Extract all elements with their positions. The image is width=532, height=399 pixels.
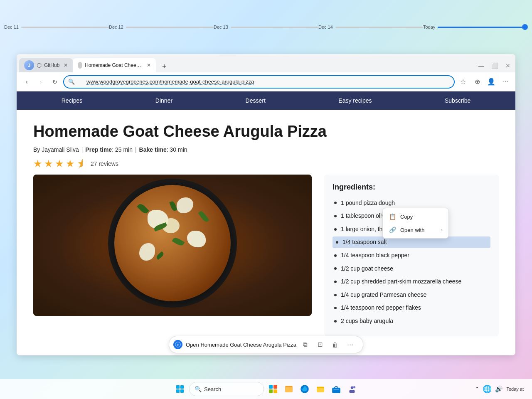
- prep-value: 25 min: [115, 146, 133, 153]
- tab-github[interactable]: J ⬡ GitHub ✕: [19, 58, 73, 72]
- timeline-track-2: [126, 27, 214, 28]
- tab-github-close[interactable]: ✕: [64, 62, 68, 68]
- nav-subscribe[interactable]: Subscribe: [441, 96, 475, 106]
- content-row: Ingredients: 1 pound pizza dough1 tables…: [33, 175, 499, 336]
- ingredient-text-5: 1/2 cup goat cheese: [341, 265, 393, 273]
- minimize-button[interactable]: —: [476, 61, 486, 71]
- popup-edge-icon: e: [173, 340, 182, 349]
- nav-recipes[interactable]: Recipes: [57, 96, 87, 106]
- timeline-track-1: [21, 27, 109, 28]
- maximize-button[interactable]: ⬜: [490, 61, 500, 71]
- ingredients-title: Ingredients:: [332, 183, 490, 192]
- taskbar-edge-icon[interactable]: [298, 382, 311, 396]
- timeline-dec13-label: Dec 13: [214, 25, 228, 30]
- taskbar-speaker-icon[interactable]: 🔊: [495, 385, 503, 393]
- popup-duplicate-btn[interactable]: ⧉: [300, 339, 311, 350]
- context-menu: 📋 Copy 🔗 Open with ›: [382, 208, 449, 239]
- timeline-dot: [522, 24, 528, 30]
- tab-bar: J ⬡ GitHub ✕ Homemade Goat Cheese Arugul…: [17, 54, 515, 72]
- ingredient-item-4: 1/4 teaspoon black pepper: [332, 249, 490, 262]
- star-5-half: ⯨: [76, 158, 86, 170]
- context-menu-open-with-label: Open with: [400, 227, 425, 233]
- timeline-dec11-label: Dec 11: [4, 25, 19, 30]
- timeline-dec13: Dec 13: [214, 25, 318, 30]
- taskbar-right: ⌃ 🌐 🔊 Today at: [475, 384, 524, 394]
- svg-rect-7: [285, 387, 292, 392]
- start-button[interactable]: [173, 382, 187, 396]
- star-1: ★: [33, 158, 42, 170]
- taskbar-time-text: Today at: [506, 387, 524, 392]
- timeline-today-label: Today: [423, 25, 435, 30]
- taskbar-store-icon[interactable]: [330, 382, 343, 396]
- window-controls: — ⬜ ✕: [476, 61, 513, 71]
- context-menu-arrow: ›: [441, 227, 443, 232]
- star-4: ★: [66, 158, 75, 170]
- timeline-track-today: [438, 27, 525, 28]
- timeline-dec14: Dec 14: [318, 25, 423, 30]
- taskbar-widgets-icon[interactable]: [266, 382, 280, 396]
- taskbar-search[interactable]: 🔍 Search: [189, 382, 264, 396]
- profile-icon[interactable]: 👤: [485, 76, 497, 88]
- windows-logo: [176, 385, 184, 393]
- context-menu-open-with[interactable]: 🔗 Open with ›: [383, 223, 448, 236]
- nav-easy-recipes[interactable]: Easy recipes: [334, 96, 376, 106]
- svg-point-13: [353, 386, 355, 388]
- address-bar[interactable]: 🔍 www.woodgrovegroceries.com/homemade-go…: [63, 75, 455, 89]
- ingredient-text-0: 1 pound pizza dough: [341, 199, 395, 207]
- ingredient-item-7: 1/4 cup grated Parmesan cheese: [332, 288, 490, 302]
- ingredient-text-8: 1/4 teaspoon red pepper flakes: [341, 304, 421, 312]
- ingredient-bullet-7: [334, 294, 337, 296]
- timeline-bar: Dec 11 Dec 12 Dec 13 Dec 14 Today: [0, 21, 532, 33]
- svg-rect-14: [349, 390, 355, 393]
- ingredient-bullet-5: [334, 267, 337, 270]
- forward-button[interactable]: ›: [35, 76, 47, 88]
- close-button[interactable]: ✕: [503, 61, 513, 71]
- timeline-track-3: [231, 27, 318, 28]
- taskbar-files-icon[interactable]: [282, 382, 296, 396]
- ingredient-text-7: 1/4 cup grated Parmesan cheese: [341, 291, 426, 299]
- taskbar: 🔍 Search ⌃ 🌐 🔊 Today at: [0, 379, 532, 399]
- tab-github-label: GitHub: [44, 62, 59, 68]
- address-search-icon: 🔍: [68, 79, 75, 85]
- pizza-circle: [114, 185, 231, 301]
- taskbar-time: Today at: [506, 387, 524, 392]
- browser-window: J ⬡ GitHub ✕ Homemade Goat Cheese Arugul…: [17, 54, 515, 355]
- nav-dessert[interactable]: Dessert: [241, 96, 270, 106]
- more-icon[interactable]: ⋯: [500, 76, 511, 88]
- context-menu-copy[interactable]: 📋 Copy: [383, 210, 448, 223]
- new-tab-button[interactable]: +: [158, 61, 170, 72]
- svg-text:e: e: [177, 343, 179, 346]
- bake-value: 30 min: [170, 146, 187, 153]
- ingredient-bullet-8: [334, 307, 337, 309]
- taskbar-explorer-icon[interactable]: [314, 382, 327, 396]
- collections-icon[interactable]: ⊕: [471, 76, 483, 88]
- ingredient-bullet-9: [334, 320, 337, 323]
- taskbar-search-icon: 🔍: [195, 386, 202, 392]
- taskbar-language-icon: 🌐: [483, 384, 492, 394]
- timeline-dec11: Dec 11: [4, 25, 109, 30]
- back-button[interactable]: ‹: [21, 76, 32, 88]
- nav-dinner[interactable]: Dinner: [151, 96, 177, 106]
- ingredients-panel: Ingredients: 1 pound pizza dough1 tables…: [324, 175, 499, 336]
- popup-more-btn[interactable]: ⋯: [345, 339, 356, 350]
- taskbar-chevron-up[interactable]: ⌃: [475, 386, 479, 392]
- ingredient-bullet-2: [334, 228, 337, 231]
- ingredient-bullet-6: [334, 281, 337, 283]
- reload-button[interactable]: ↻: [49, 76, 61, 88]
- popup-tab-btn[interactable]: ⊡: [315, 339, 326, 350]
- address-bar-row: ‹ › ↻ 🔍 www.woodgrovegroceries.com/homem…: [17, 72, 515, 91]
- tab-profile-icon: J: [24, 60, 34, 70]
- ingredient-bullet-3: [336, 241, 338, 244]
- ingredient-bullet-1: [334, 215, 337, 217]
- taskbar-teams-icon[interactable]: [345, 382, 359, 396]
- timeline-track-4: [335, 27, 423, 28]
- favorites-icon[interactable]: ☆: [457, 76, 469, 88]
- ingredient-text-9: 2 cups baby arugula: [341, 317, 393, 325]
- tab-recipe-close[interactable]: ✕: [147, 62, 151, 68]
- ingredient-item-6: 1/2 cup shredded part-skim mozzarella ch…: [332, 275, 490, 288]
- popup-delete-btn[interactable]: 🗑: [330, 339, 341, 350]
- timeline-dec14-label: Dec 14: [318, 25, 333, 30]
- timeline-dec12: Dec 12: [109, 25, 214, 30]
- tab-recipe[interactable]: Homemade Goat Cheese Arugula Pizz ✕: [73, 58, 156, 72]
- svg-rect-4: [269, 389, 273, 393]
